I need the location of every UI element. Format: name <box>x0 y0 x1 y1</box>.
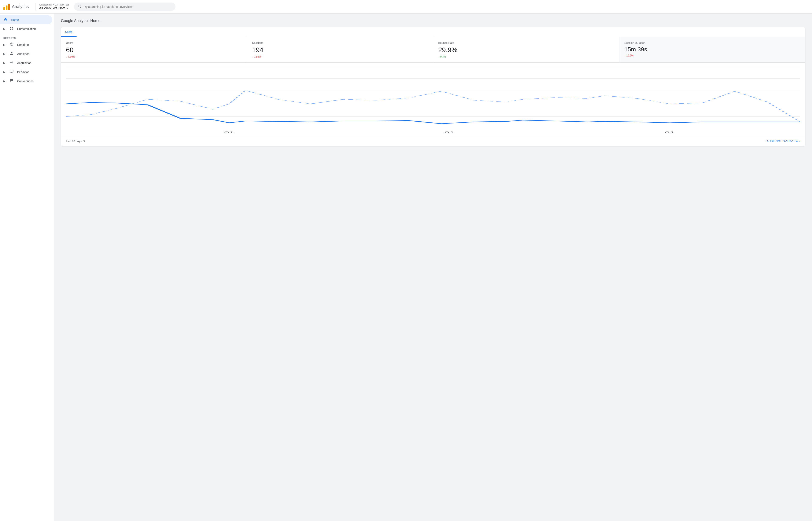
home-icon <box>3 17 7 22</box>
logo-bar-1 <box>3 7 5 10</box>
bounce-rate-arrow: ↓ <box>438 55 439 58</box>
metric-users: Users 60 ↓ 72.6% <box>61 37 247 62</box>
sidebar-item-customization[interactable]: ▶ Customization <box>0 24 52 33</box>
customization-expand-icon: ▶ <box>3 27 5 30</box>
page-title: Google Analytics Home <box>61 19 805 23</box>
date-range-chevron: ▼ <box>83 139 86 143</box>
sidebar: Home ▶ Customization REPORTS ▶ <box>0 14 54 521</box>
conversions-icon <box>9 78 14 84</box>
acquisition-icon <box>9 61 14 65</box>
audience-overview-link[interactable]: AUDIENCE OVERVIEW › <box>767 139 800 143</box>
users-change-pct: 72.6% <box>68 55 75 58</box>
svg-line-1 <box>80 7 81 7</box>
sidebar-home-label: Home <box>11 18 19 22</box>
behavior-icon <box>9 70 14 74</box>
sidebar-item-conversions[interactable]: ▶ Conversions <box>0 76 52 86</box>
sessions-label: Sessions <box>252 41 428 44</box>
page-layout: Home ▶ Customization REPORTS ▶ <box>0 14 812 521</box>
metric-session-duration: Session Duration 15m 39s ↓ 16.2% <box>619 37 805 62</box>
search-icon <box>77 4 81 9</box>
svg-text:01: 01 <box>445 131 454 134</box>
conversions-label: Conversions <box>17 80 33 83</box>
users-change-arrow: ↓ <box>66 55 67 58</box>
sessions-change: ↓ 72.6% <box>252 55 428 58</box>
metric-sessions: Sessions 194 ↓ 72.6% <box>247 37 433 62</box>
sessions-change-pct: 72.6% <box>254 55 261 58</box>
app-name: Analytics <box>12 4 29 9</box>
users-value: 60 <box>66 46 242 54</box>
svg-rect-3 <box>12 27 13 28</box>
bounce-rate-value: 29.9% <box>438 46 614 54</box>
realtime-icon <box>9 42 14 47</box>
property-selector[interactable]: All Web Site Data ▼ <box>39 6 69 10</box>
session-duration-label: Session Duration <box>625 41 800 44</box>
audience-link-label: AUDIENCE OVERVIEW <box>767 139 798 143</box>
svg-rect-2 <box>10 27 11 28</box>
current-line <box>66 103 800 124</box>
audience-expand-icon: ▶ <box>3 52 5 55</box>
conversions-expand-icon: ▶ <box>3 80 5 83</box>
breadcrumb-sep: > <box>52 3 54 6</box>
date-range-selector[interactable]: Last 90 days ▼ <box>66 139 86 143</box>
audience-label: Audience <box>17 52 29 55</box>
behavior-label: Behavior <box>17 70 29 74</box>
session-duration-value: 15m 39s <box>625 46 800 53</box>
logo-bar-3 <box>8 4 10 10</box>
chart-area: 0 10 20 30 40 50 01 May 01 <box>61 63 805 134</box>
audience-icon <box>9 51 14 56</box>
svg-rect-7 <box>10 70 13 72</box>
breadcrumb-accounts: All accounts <box>39 3 51 6</box>
sessions-value: 194 <box>252 46 428 54</box>
tab-users[interactable]: Users <box>61 27 76 37</box>
svg-text:01: 01 <box>664 131 675 134</box>
previous-line <box>66 90 800 122</box>
session-duration-arrow: ↓ <box>625 54 626 57</box>
property-chevron: ▼ <box>66 7 69 10</box>
svg-text:01: 01 <box>224 131 234 134</box>
logo-bar-2 <box>6 5 7 10</box>
metrics-row: Users 60 ↓ 72.6% Sessions 194 ↓ 72.6% <box>61 37 805 63</box>
search-bar[interactable] <box>74 3 176 11</box>
bounce-rate-pct: 0.3% <box>440 55 446 58</box>
logo-icon <box>3 3 10 10</box>
sidebar-item-acquisition[interactable]: ▶ Acquisition <box>0 58 52 67</box>
search-input[interactable] <box>83 5 172 8</box>
session-duration-pct: 16.2% <box>626 54 633 57</box>
realtime-expand-icon: ▶ <box>3 43 5 46</box>
sidebar-item-audience[interactable]: ▶ Audience <box>0 49 52 58</box>
behavior-expand-icon: ▶ <box>3 71 5 74</box>
bounce-rate-label: Bounce Rate <box>438 41 614 44</box>
svg-rect-4 <box>10 29 11 30</box>
breadcrumb: All accounts > UX Hack Test <box>39 3 69 6</box>
app-header: Analytics All accounts > UX Hack Test Al… <box>0 0 812 14</box>
metric-bounce-rate: Bounce Rate 29.9% ↓ 0.3% <box>433 37 619 62</box>
acquisition-expand-icon: ▶ <box>3 62 5 65</box>
breadcrumb-property: UX Hack Test <box>55 3 69 6</box>
logo-area: Analytics <box>3 3 29 10</box>
header-divider <box>36 3 36 10</box>
sessions-change-arrow: ↓ <box>252 55 253 58</box>
customization-icon <box>9 26 14 31</box>
date-range-label: Last 90 days <box>66 139 82 143</box>
realtime-label: Realtime <box>17 43 29 47</box>
chart-footer: Last 90 days ▼ AUDIENCE OVERVIEW › <box>61 136 805 146</box>
session-duration-change: ↓ 16.2% <box>625 54 800 57</box>
audience-link-arrow: › <box>799 139 800 143</box>
sidebar-item-behavior[interactable]: ▶ Behavior <box>0 67 52 76</box>
line-chart: 0 10 20 30 40 50 01 May 01 <box>66 66 800 134</box>
users-change: ↓ 72.6% <box>66 55 242 58</box>
main-content: Google Analytics Home Users Users 60 ↓ 7… <box>54 14 812 521</box>
stats-tabs: Users <box>61 27 805 37</box>
sidebar-item-home[interactable]: Home <box>0 15 52 24</box>
stats-card: Users Users 60 ↓ 72.6% Sessions 194 ↓ <box>61 27 805 146</box>
account-selector[interactable]: All accounts > UX Hack Test All Web Site… <box>39 3 69 10</box>
users-label: Users <box>66 41 242 44</box>
reports-section-label: REPORTS <box>0 33 54 40</box>
bounce-rate-change: ↓ 0.3% <box>438 55 614 58</box>
property-name: All Web Site Data <box>39 6 66 10</box>
acquisition-label: Acquisition <box>17 61 31 65</box>
customization-label: Customization <box>17 27 36 31</box>
svg-point-0 <box>78 5 81 7</box>
sidebar-item-realtime[interactable]: ▶ Realtime <box>0 40 52 49</box>
